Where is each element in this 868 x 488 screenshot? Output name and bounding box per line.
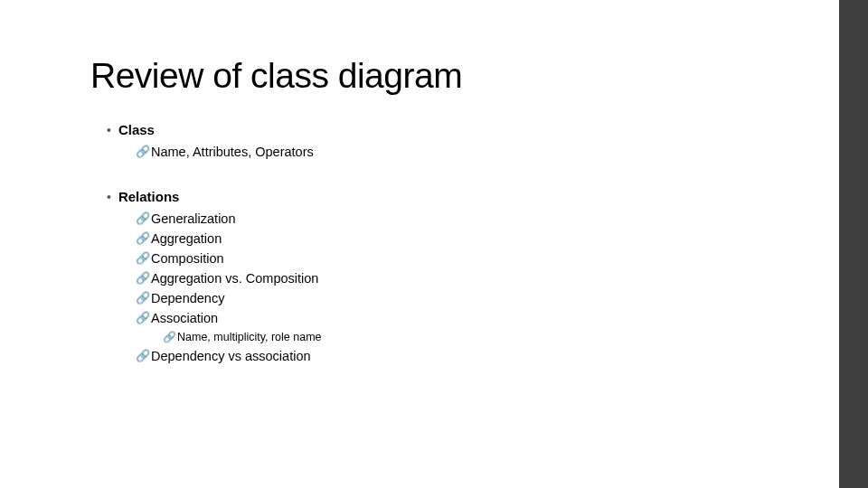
slide-content: Review of class diagram • Class 🔗 Name, … (0, 0, 796, 365)
link-icon: 🔗 (136, 143, 150, 161)
list-item: 🔗 Aggregation (136, 230, 796, 248)
list-item-text: Aggregation (151, 230, 222, 248)
bullet-dot-icon: • (107, 188, 111, 206)
slide-title: Review of class diagram (90, 56, 796, 96)
bullet-dot-icon: • (107, 121, 111, 139)
sub-items: 🔗 Name, multiplicity, role name (163, 329, 796, 345)
list-item: 🔗 Composition (136, 249, 796, 267)
link-icon: 🔗 (136, 210, 150, 228)
link-icon: 🔗 (163, 329, 176, 345)
list-item: 🔗 Dependency vs association (136, 347, 796, 365)
list-item-text: Aggregation vs. Composition (151, 269, 318, 287)
slide-accent-bar (839, 0, 868, 488)
list-item-text: Association (151, 309, 218, 327)
spacer (90, 172, 796, 184)
list-item-text: Generalization (151, 210, 236, 228)
section-heading: • Class (107, 121, 796, 139)
link-icon: 🔗 (136, 289, 150, 307)
link-icon: 🔗 (136, 269, 150, 287)
list-item-text: Name, Attributes, Operators (151, 143, 314, 161)
list-item-text: Composition (151, 249, 224, 267)
list-item: 🔗 Generalization (136, 210, 796, 228)
list-sub-item-text: Name, multiplicity, role name (177, 329, 322, 345)
section-items: 🔗 Generalization 🔗 Aggregation 🔗 Composi… (136, 210, 796, 365)
link-icon: 🔗 (136, 230, 150, 248)
list-item: 🔗 Association (136, 309, 796, 327)
section-heading-text: Class (118, 121, 155, 139)
list-item: 🔗 Aggregation vs. Composition (136, 269, 796, 287)
list-sub-item: 🔗 Name, multiplicity, role name (163, 329, 796, 345)
section-items: 🔗 Name, Attributes, Operators (136, 143, 796, 161)
link-icon: 🔗 (136, 249, 150, 267)
section-heading-text: Relations (118, 188, 180, 206)
link-icon: 🔗 (136, 309, 150, 327)
section-heading: • Relations (107, 188, 796, 206)
list-item: 🔗 Name, Attributes, Operators (136, 143, 796, 161)
list-item-text: Dependency (151, 289, 224, 307)
link-icon: 🔗 (136, 347, 150, 365)
list-item-text: Dependency vs association (151, 347, 311, 365)
list-item: 🔗 Dependency (136, 289, 796, 307)
